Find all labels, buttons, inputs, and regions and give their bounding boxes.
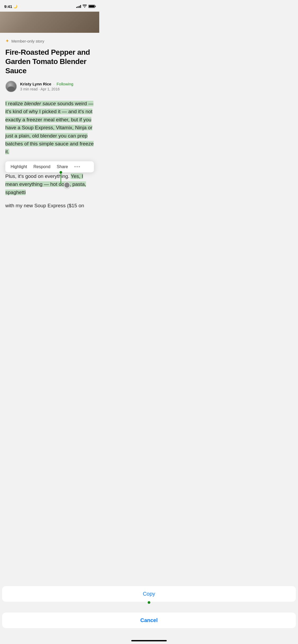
article-header: ✦ Member-only story Fire-Roasted Pepper …	[0, 33, 99, 92]
dot-3	[79, 166, 80, 167]
member-label: Member-only story	[11, 39, 44, 43]
signal-icon	[76, 5, 81, 8]
share-button[interactable]: Share	[57, 164, 68, 169]
moon-icon: 🌙	[13, 4, 17, 8]
paragraph-3-text: with my new Soup Express ($15 on	[5, 203, 84, 208]
member-badge: ✦ Member-only story	[5, 38, 94, 44]
hero-image	[0, 12, 99, 33]
selection-handle-line	[61, 174, 61, 184]
author-info: Kristy Lynn Rice · Following 3 min read …	[20, 82, 73, 91]
paragraph-1[interactable]: I realize blender sauce sounds weird — i…	[5, 100, 94, 156]
author-name-row: Kristy Lynn Rice · Following	[20, 82, 73, 86]
read-time: 3 min read	[20, 87, 38, 91]
selection-handle-top	[60, 171, 62, 174]
dot-separator: ·	[53, 82, 55, 86]
wifi-icon	[83, 4, 87, 8]
highlighted-partial[interactable]: Yes, I mean everything — hot dogs, pasta…	[5, 173, 86, 195]
article-body: I realize blender sauce sounds weird — i…	[0, 100, 99, 215]
status-time: 9:41 🌙	[4, 4, 17, 9]
battery-icon	[88, 5, 95, 8]
dot-1	[74, 166, 76, 167]
highlighted-paragraph[interactable]: I realize blender sauce sounds weird — i…	[5, 101, 94, 154]
author-avatar[interactable]	[5, 81, 17, 92]
selection-toolbar[interactable]: Highlight Respond Share	[5, 161, 94, 172]
more-options[interactable]	[74, 166, 80, 167]
paragraph-2[interactable]: Plus, it's good on everything. Yes, I me…	[5, 172, 94, 196]
status-bar: 9:41 🌙	[0, 0, 99, 12]
time-display: 9:41	[4, 4, 12, 9]
highlight-button[interactable]: Highlight	[11, 164, 27, 169]
member-star-icon: ✦	[5, 38, 9, 44]
author-name[interactable]: Kristy Lynn Rice	[20, 82, 51, 86]
author-row: Kristy Lynn Rice · Following 3 min read …	[5, 81, 94, 92]
dot-2	[76, 166, 78, 167]
following-button[interactable]: Following	[57, 82, 73, 86]
meta-dot: ·	[39, 87, 40, 91]
author-meta: 3 min read · Apr 1, 2016	[20, 87, 73, 91]
selection-handle-bottom	[64, 182, 70, 188]
article-title: Fire-Roasted Pepper and Garden Tomato Bl…	[5, 48, 94, 75]
status-icons	[76, 4, 95, 8]
paragraph-3[interactable]: with my new Soup Express ($15 on	[5, 202, 94, 215]
respond-button[interactable]: Respond	[33, 164, 50, 169]
publish-date: Apr 1, 2016	[40, 87, 60, 91]
